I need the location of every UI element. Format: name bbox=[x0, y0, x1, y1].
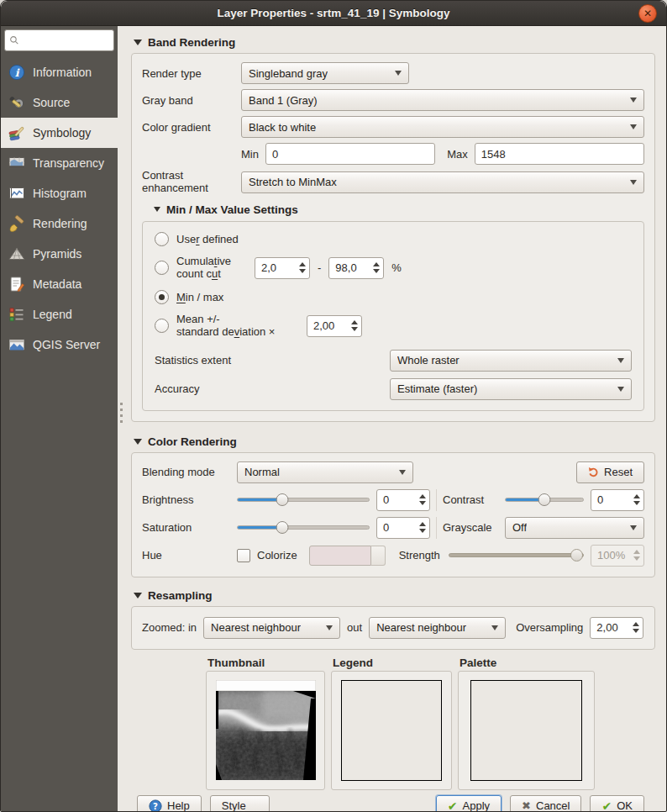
user-defined-radio[interactable] bbox=[155, 232, 169, 246]
window-title: Layer Properties - srtm_41_19 | Symbolog… bbox=[218, 7, 450, 19]
sidebar-item-pyramids[interactable]: Pyramids bbox=[1, 239, 118, 269]
section-title: Color Rendering bbox=[148, 435, 237, 448]
zoomed-out-select[interactable]: Nearest neighbour bbox=[369, 617, 506, 639]
sidebar-item-information[interactable]: i Information bbox=[1, 57, 118, 87]
sidebar-item-rendering[interactable]: Rendering bbox=[1, 208, 118, 239]
swatch-dropdown-button[interactable] bbox=[371, 546, 386, 566]
dialog-button-box: ? Help Style ✔ Apply ✖ Cancel bbox=[131, 790, 655, 812]
spinner-arrows-icon bbox=[629, 546, 643, 566]
contrast-slider[interactable] bbox=[505, 489, 584, 511]
pyramids-icon bbox=[8, 245, 25, 262]
max-label: Max bbox=[447, 148, 468, 161]
gray-band-select[interactable]: Band 1 (Gray) bbox=[241, 89, 644, 111]
colorize-color-button[interactable] bbox=[309, 546, 386, 566]
gray-band-label: Gray band bbox=[142, 94, 231, 107]
sidebar-splitter[interactable] bbox=[118, 26, 125, 811]
colorize-checkbox[interactable] bbox=[237, 549, 250, 562]
min-max-radio[interactable] bbox=[155, 290, 169, 304]
sidebar-item-legend[interactable]: Legend bbox=[1, 299, 118, 330]
cumulative-count-cut-label: Cumulative count cut bbox=[176, 256, 247, 281]
brightness-slider[interactable] bbox=[237, 489, 370, 511]
render-type-select[interactable]: Singleband gray bbox=[241, 62, 409, 84]
max-input[interactable]: 1548 bbox=[475, 143, 644, 165]
sidebar-item-label: Information bbox=[33, 66, 92, 79]
saturation-spinbox[interactable]: 0 bbox=[376, 517, 430, 539]
spinner-arrows-icon[interactable] bbox=[347, 316, 361, 336]
symbology-panel: Band Rendering Render type Singleband gr… bbox=[125, 26, 666, 811]
chevron-down-icon bbox=[395, 71, 402, 76]
cumulative-count-cut-radio[interactable] bbox=[155, 261, 169, 275]
spinner-arrows-icon[interactable] bbox=[629, 490, 643, 510]
brightness-spinbox[interactable]: 0 bbox=[376, 489, 430, 511]
collapse-triangle-icon bbox=[134, 40, 142, 45]
spinner-arrows-icon[interactable] bbox=[415, 518, 429, 538]
sidebar-nav: i Information Source Symbology Transpare… bbox=[1, 57, 118, 360]
contrast-label: Contrast bbox=[443, 493, 505, 506]
accuracy-label: Accuracy bbox=[155, 382, 383, 395]
sidebar-item-label: Symbology bbox=[33, 126, 91, 140]
zoomed-in-label: Zoomed: in bbox=[142, 621, 197, 634]
color-gradient-select[interactable]: Black to white bbox=[241, 116, 644, 138]
resampling-header[interactable]: Resampling bbox=[134, 589, 655, 602]
statistics-extent-label: Statistics extent bbox=[155, 354, 383, 366]
std-multiplier-spinbox[interactable]: 2,00 bbox=[307, 315, 362, 337]
cumulative-min-spinbox[interactable]: 2,0 bbox=[255, 257, 310, 279]
contrast-enhancement-label: Contrast enhancement bbox=[142, 170, 231, 195]
saturation-slider[interactable] bbox=[237, 517, 370, 539]
sidebar-item-qgis-server[interactable]: QGIS Server bbox=[1, 330, 118, 360]
color-rendering-header[interactable]: Color Rendering bbox=[134, 435, 655, 448]
min-input[interactable]: 0 bbox=[265, 143, 435, 165]
min-label: Min bbox=[241, 148, 259, 161]
help-button[interactable]: ? Help bbox=[137, 795, 202, 812]
accuracy-select[interactable]: Estimate (faster) bbox=[390, 378, 632, 400]
sidebar-item-symbology[interactable]: Symbology bbox=[1, 118, 118, 148]
ok-button[interactable]: ✔ OK bbox=[590, 795, 644, 812]
min-max-settings-header[interactable]: Min / Max Value Settings bbox=[154, 203, 644, 216]
chevron-down-icon bbox=[326, 625, 333, 630]
spinner-arrows-icon[interactable] bbox=[415, 490, 429, 510]
contrast-enhancement-select[interactable]: Stretch to MinMax bbox=[241, 171, 644, 193]
sidebar-item-source[interactable]: Source bbox=[1, 87, 118, 118]
collapse-triangle-icon bbox=[134, 593, 142, 598]
reset-undo-icon bbox=[588, 467, 599, 477]
palette-box bbox=[458, 671, 595, 790]
spinner-arrows-icon[interactable] bbox=[295, 258, 309, 278]
mean-std-label: Mean +/- standard deviation × bbox=[176, 314, 299, 339]
spinner-arrows-icon[interactable] bbox=[628, 618, 643, 638]
section-title: Min / Max Value Settings bbox=[166, 203, 298, 216]
chevron-down-icon bbox=[617, 358, 624, 363]
contrast-spinbox[interactable]: 0 bbox=[591, 489, 644, 511]
style-button[interactable]: Style bbox=[210, 795, 270, 812]
chevron-down-icon bbox=[630, 124, 637, 129]
titlebar[interactable]: Layer Properties - srtm_41_19 | Symbolog… bbox=[1, 1, 666, 26]
thumbnail-box bbox=[206, 671, 325, 790]
saturation-label: Saturation bbox=[142, 521, 237, 534]
sidebar-item-label: Rendering bbox=[33, 217, 87, 230]
sidebar-item-histogram[interactable]: Histogram bbox=[1, 178, 118, 208]
apply-button[interactable]: ✔ Apply bbox=[436, 795, 502, 812]
help-icon: ? bbox=[149, 799, 162, 812]
collapse-triangle-icon bbox=[134, 439, 142, 445]
chevron-down-icon bbox=[630, 98, 637, 103]
spinner-arrows-icon[interactable] bbox=[369, 258, 383, 278]
band-rendering-header[interactable]: Band Rendering bbox=[134, 36, 655, 49]
cumulative-max-spinbox[interactable]: 98,0 bbox=[328, 257, 384, 279]
mean-std-radio[interactable] bbox=[155, 319, 169, 333]
search-input[interactable] bbox=[23, 34, 109, 46]
cancel-button[interactable]: ✖ Cancel bbox=[510, 795, 581, 812]
zoomed-in-select[interactable]: Nearest neighbour bbox=[203, 617, 340, 639]
reset-button[interactable]: Reset bbox=[576, 461, 644, 483]
sidebar-item-metadata[interactable]: Metadata bbox=[1, 269, 118, 299]
user-defined-label: User defined bbox=[176, 233, 239, 245]
sidebar-item-transparency[interactable]: Transparency bbox=[1, 148, 118, 178]
close-icon[interactable]: ✕ bbox=[638, 4, 657, 23]
metadata-icon bbox=[8, 276, 25, 293]
statistics-extent-select[interactable]: Whole raster bbox=[390, 350, 632, 372]
grayscale-select[interactable]: Off bbox=[505, 517, 644, 539]
sidebar-search[interactable] bbox=[4, 29, 114, 51]
colorize-label: Colorize bbox=[257, 549, 297, 562]
blending-mode-select[interactable]: Normal bbox=[237, 461, 413, 483]
strength-spinbox: 100% bbox=[591, 545, 644, 567]
oversampling-spinbox[interactable]: 2,00 bbox=[590, 617, 643, 639]
color-swatch[interactable] bbox=[309, 546, 371, 566]
